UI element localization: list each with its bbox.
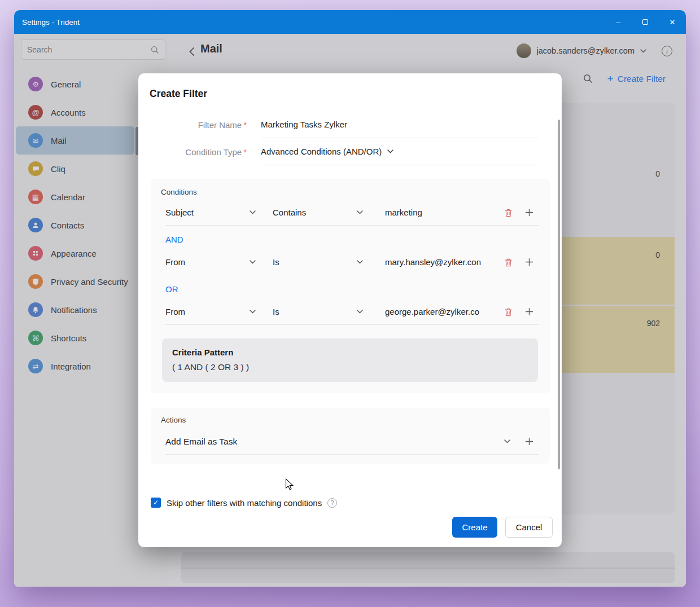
plus-icon <box>525 208 533 217</box>
modal-scrollbar[interactable] <box>558 120 560 469</box>
required-asterisk: * <box>243 147 247 157</box>
condition-type-row: Condition Type* Advanced Conditions (AND… <box>150 140 539 165</box>
plus-icon <box>525 437 533 446</box>
conditions-title: Conditions <box>161 188 539 196</box>
cancel-button[interactable]: Cancel <box>505 517 553 538</box>
skip-filters-label: Skip other filters with matching conditi… <box>167 498 322 508</box>
skip-filters-checkbox[interactable]: ✓ <box>151 498 161 508</box>
add-action-button[interactable] <box>525 437 533 446</box>
plus-icon <box>525 307 533 316</box>
skip-filters-option: ✓ Skip other filters with matching condi… <box>151 498 337 508</box>
condition-row-actions <box>504 307 539 316</box>
filter-name-row: Filter Name* <box>150 113 539 138</box>
delete-condition-button[interactable] <box>504 208 513 217</box>
condition-operator-select[interactable]: Is <box>273 307 363 316</box>
add-condition-button[interactable] <box>525 258 533 266</box>
condition-operator-select[interactable]: Is <box>273 257 363 267</box>
required-asterisk: * <box>243 120 247 130</box>
chevron-down-icon <box>250 260 256 264</box>
chevron-down-icon <box>357 260 363 264</box>
criteria-pattern-box: Criteria Pattern ( 1 AND ( 2 OR 3 ) ) <box>162 338 538 382</box>
condition-row-actions <box>504 208 539 217</box>
chevron-down-icon <box>357 210 363 214</box>
minimize-icon: – <box>616 18 620 27</box>
add-condition-button[interactable] <box>525 307 533 316</box>
conditions-section: Conditions Subject Contains marketing <box>151 179 550 393</box>
check-icon: ✓ <box>153 499 159 507</box>
add-condition-button[interactable] <box>525 208 533 217</box>
actions-section: Actions Add Email as Task <box>151 408 550 464</box>
filter-form: Filter Name* Condition Type* Advanced Co… <box>150 113 539 165</box>
filter-name-label: Filter Name* <box>150 113 247 130</box>
condition-joiner: AND <box>165 232 539 246</box>
plus-icon <box>525 258 533 266</box>
condition-row-actions <box>504 258 539 267</box>
action-select[interactable]: Add Email as Task <box>165 437 504 447</box>
condition-field-select[interactable]: From <box>165 257 256 267</box>
filter-name-input[interactable] <box>261 120 539 129</box>
dialog-footer: Create Cancel <box>452 517 553 538</box>
trash-icon <box>504 258 513 267</box>
condition-value-input[interactable]: mary.hansley@zylker.con <box>385 257 497 267</box>
condition-type-value: Advanced Conditions (AND/OR) <box>261 147 382 156</box>
condition-type-label: Condition Type* <box>150 140 247 157</box>
dialog-title: Create Filter <box>150 88 562 100</box>
condition-type-select[interactable]: Advanced Conditions (AND/OR) <box>261 140 539 165</box>
mouse-cursor <box>285 478 295 494</box>
create-button[interactable]: Create <box>452 517 497 538</box>
condition-field-select[interactable]: Subject <box>165 208 256 217</box>
minimize-button[interactable]: – <box>605 10 632 34</box>
trash-icon <box>504 307 513 316</box>
chevron-down-icon <box>250 310 256 314</box>
condition-operator-select[interactable]: Contains <box>273 208 363 217</box>
filter-name-field-wrap <box>261 113 539 138</box>
condition-row: From Is george.parker@zylker.co <box>165 299 539 325</box>
chevron-down-icon <box>357 310 363 314</box>
criteria-pattern-value: ( 1 AND ( 2 OR 3 ) ) <box>172 362 528 372</box>
window-title: Settings - Trident <box>22 18 80 27</box>
window-titlebar: Settings - Trident – ✕ <box>14 10 686 34</box>
chevron-down-icon <box>387 149 393 153</box>
chevron-down-icon <box>250 210 256 214</box>
condition-row: Subject Contains marketing <box>165 200 539 226</box>
condition-value-input[interactable]: marketing <box>385 208 497 217</box>
actions-title: Actions <box>161 416 539 424</box>
criteria-pattern-title: Criteria Pattern <box>172 348 528 357</box>
help-icon[interactable]: ? <box>327 498 337 508</box>
condition-joiner: OR <box>165 282 539 296</box>
delete-condition-button[interactable] <box>504 258 513 267</box>
delete-condition-button[interactable] <box>504 307 513 316</box>
settings-window: Settings - Trident – ✕ ⚙ General <box>14 10 686 587</box>
condition-row: From Is mary.hansley@zylker.con <box>165 249 539 275</box>
maximize-button[interactable] <box>632 10 659 34</box>
close-button[interactable]: ✕ <box>659 10 686 34</box>
close-icon: ✕ <box>670 18 676 27</box>
window-content: ⚙ General @ Accounts ✉ Mail Cliq <box>14 34 686 587</box>
condition-value-input[interactable]: george.parker@zylker.co <box>385 307 497 316</box>
window-controls: – ✕ <box>605 10 686 34</box>
chevron-down-icon[interactable] <box>504 439 510 443</box>
action-row-controls <box>504 437 539 446</box>
maximize-icon <box>642 19 648 25</box>
condition-field-select[interactable]: From <box>165 307 256 316</box>
action-row: Add Email as Task <box>165 429 539 455</box>
create-filter-dialog: Create Filter Filter Name* Condition Typ… <box>138 73 562 547</box>
trash-icon <box>504 208 513 217</box>
